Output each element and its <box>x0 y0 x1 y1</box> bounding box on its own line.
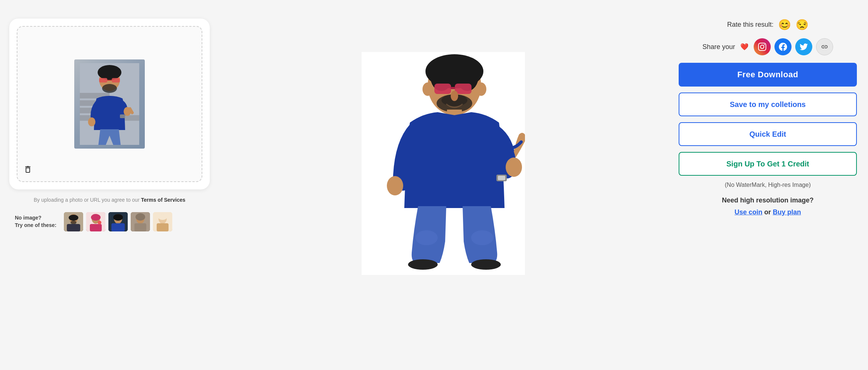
sample-thumb-4[interactable] <box>131 212 150 231</box>
or-text: or <box>763 208 773 216</box>
result-person-svg <box>362 52 525 275</box>
svg-point-13 <box>88 117 95 126</box>
svg-point-7 <box>102 84 117 93</box>
save-collections-button[interactable]: Save to my colletions <box>679 92 857 116</box>
svg-rect-56 <box>498 176 505 180</box>
svg-rect-32 <box>134 223 146 231</box>
sample-images-row: No image? Try one of these: <box>11 212 208 231</box>
sample-thumb-1[interactable] <box>64 212 83 231</box>
use-coin-link[interactable]: Use coin <box>734 208 762 216</box>
disappointed-emoji[interactable]: 😒 <box>796 19 809 31</box>
svg-rect-46 <box>451 87 455 89</box>
svg-point-52 <box>387 176 403 195</box>
delete-button[interactable] <box>23 165 32 175</box>
svg-rect-36 <box>157 223 169 231</box>
sample-thumb-5[interactable] <box>153 212 172 231</box>
twitter-button[interactable] <box>795 38 812 55</box>
social-icons <box>754 38 833 55</box>
svg-point-18 <box>71 221 76 224</box>
upload-card <box>9 19 210 189</box>
sample-thumb-2[interactable] <box>86 212 105 231</box>
svg-rect-23 <box>90 224 102 231</box>
sample-label: No image? Try one of these: <box>15 214 59 229</box>
terms-link[interactable]: Terms of Services <box>141 197 186 203</box>
share-label: Share your <box>702 43 735 51</box>
svg-rect-8 <box>99 78 107 82</box>
sample-thumbs <box>64 212 172 231</box>
result-image-area <box>358 45 529 275</box>
svg-point-54 <box>471 230 493 245</box>
high-res-section: Need high resolution image? Use coin or … <box>722 194 813 218</box>
left-panel: By uploading a photo or URL you agree to… <box>0 11 219 239</box>
copy-link-button[interactable] <box>816 38 833 55</box>
sign-up-button[interactable]: Sign Up To Get 1 Credit <box>679 152 857 176</box>
quick-edit-button[interactable]: Quick Edit <box>679 122 857 146</box>
center-panel <box>219 11 668 308</box>
svg-point-58 <box>471 259 501 270</box>
svg-point-22 <box>91 214 101 221</box>
uploaded-image-preview <box>74 59 145 149</box>
svg-rect-9 <box>112 78 120 82</box>
no-watermark-text: (No WaterMark, High-res Image) <box>725 182 810 188</box>
upload-dropzone[interactable] <box>17 26 202 182</box>
svg-rect-14 <box>120 114 125 118</box>
svg-point-49 <box>476 82 486 96</box>
svg-point-28 <box>113 214 123 221</box>
svg-rect-19 <box>67 224 80 231</box>
preview-photo <box>80 63 139 145</box>
happy-emoji[interactable]: 😊 <box>778 19 791 31</box>
high-res-label: Need high resolution image? <box>722 197 813 204</box>
facebook-button[interactable] <box>774 38 792 55</box>
share-section: Share your ❤️ <box>702 38 833 55</box>
trash-icon <box>23 165 32 174</box>
right-panel: Rate this result: 😊 😒 Share your ❤️ <box>668 11 868 226</box>
rate-section: Rate this result: 😊 😒 <box>727 19 808 31</box>
svg-point-6 <box>98 65 121 80</box>
svg-point-31 <box>136 213 145 221</box>
svg-point-47 <box>451 91 458 101</box>
rate-label: Rate this result: <box>727 21 773 29</box>
free-download-button[interactable]: Free Download <box>679 63 857 87</box>
instagram-button[interactable] <box>754 38 771 55</box>
svg-point-53 <box>415 230 438 245</box>
svg-rect-45 <box>455 84 471 94</box>
svg-rect-44 <box>434 84 451 94</box>
buy-plan-link[interactable]: Buy plan <box>773 208 801 216</box>
svg-point-48 <box>422 82 433 96</box>
svg-point-51 <box>506 158 522 177</box>
main-layout: By uploading a photo or URL you agree to… <box>0 0 868 370</box>
svg-point-35 <box>158 214 167 220</box>
sample-thumb-3[interactable] <box>108 212 128 231</box>
svg-rect-27 <box>111 223 125 231</box>
svg-point-17 <box>69 215 78 221</box>
share-heart: ❤️ <box>740 43 748 51</box>
svg-point-57 <box>408 259 438 270</box>
svg-point-24 <box>98 221 101 224</box>
terms-text: By uploading a photo or URL you agree to… <box>34 196 186 204</box>
